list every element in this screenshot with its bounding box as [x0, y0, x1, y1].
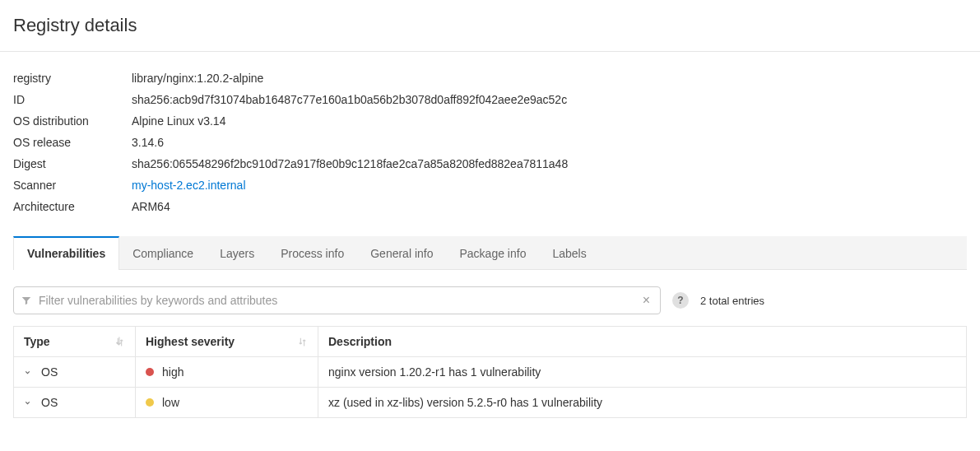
detail-label: OS distribution [13, 114, 132, 128]
column-label: Description [328, 335, 392, 348]
cell-type: OS [14, 388, 136, 418]
filter-row: × ? 2 total entries [13, 286, 967, 314]
tab-process-info[interactable]: Process info [267, 236, 357, 269]
tabs-filler [600, 236, 967, 269]
detail-label: OS release [13, 136, 132, 149]
sort-icon [297, 337, 308, 347]
tab-layers[interactable]: Layers [207, 236, 267, 269]
entries-count: 2 total entries [700, 295, 764, 307]
cell-description: xz (used in xz-libs) version 5.2.5-r0 ha… [318, 388, 967, 418]
tab-compliance[interactable]: Compliance [119, 236, 207, 269]
scanner-link[interactable]: my-host-2.ec2.internal [132, 179, 246, 192]
tab-vulnerabilities[interactable]: Vulnerabilities [13, 236, 119, 269]
detail-row-digest: Digest sha256:065548296f2bc910d72a917f8e… [13, 157, 967, 170]
detail-value: library/nginx:1.20.2-alpine [132, 72, 263, 85]
table-row[interactable]: OShighnginx version 1.20.2-r1 has 1 vuln… [14, 357, 967, 388]
detail-row-os-dist: OS distribution Alpine Linux v3.14 [13, 114, 967, 128]
column-header-severity[interactable]: Highest severity [136, 327, 318, 357]
severity-dot-icon [146, 368, 154, 376]
column-header-description: Description [318, 327, 967, 357]
detail-label: Architecture [13, 200, 132, 213]
detail-value: sha256:acb9d7f31074bab16487c77e160a1b0a5… [132, 93, 567, 106]
clear-icon[interactable]: × [639, 293, 653, 308]
cell-severity: high [136, 357, 318, 388]
chevron-down-icon[interactable] [24, 369, 31, 378]
table-header-row: Type Highest severity Descr [14, 327, 967, 357]
page-title: Registry details [13, 15, 967, 36]
detail-row-registry: registry library/nginx:1.20.2-alpine [13, 72, 967, 85]
detail-value: Alpine Linux v3.14 [132, 114, 225, 128]
details-section: registry library/nginx:1.20.2-alpine ID … [13, 72, 967, 213]
detail-row-arch: Architecture ARM64 [13, 200, 967, 213]
cell-severity: low [136, 388, 318, 418]
tab-labels[interactable]: Labels [539, 236, 599, 269]
chevron-down-icon[interactable] [24, 399, 31, 408]
column-header-type[interactable]: Type [14, 327, 136, 357]
tab-package-info[interactable]: Package info [446, 236, 539, 269]
severity-value: high [162, 365, 183, 379]
tab-general-info[interactable]: General info [357, 236, 446, 269]
cell-type: OS [14, 357, 136, 388]
detail-label: Scanner [13, 179, 132, 192]
filter-box: × [13, 286, 661, 314]
detail-label: ID [13, 93, 132, 106]
cell-description: nginx version 1.20.2-r1 has 1 vulnerabil… [318, 357, 967, 388]
help-icon[interactable]: ? [672, 292, 689, 309]
severity-dot-icon [146, 398, 154, 407]
sort-icon [114, 337, 125, 347]
page-header: Registry details [0, 0, 980, 52]
detail-value: 3.14.6 [132, 136, 164, 149]
detail-label: registry [13, 72, 132, 85]
detail-value: sha256:065548296f2bc910d72a917f8e0b9c121… [132, 157, 568, 170]
filter-input[interactable] [39, 294, 639, 307]
vulnerabilities-table: Type Highest severity Descr [13, 326, 967, 418]
column-label: Highest severity [146, 335, 235, 348]
column-label: Type [24, 335, 50, 348]
page-content: registry library/nginx:1.20.2-alpine ID … [0, 52, 980, 431]
filter-icon [21, 295, 32, 306]
detail-row-id: ID sha256:acb9d7f31074bab16487c77e160a1b… [13, 93, 967, 106]
table-row[interactable]: OSlowxz (used in xz-libs) version 5.2.5-… [14, 388, 967, 418]
detail-row-scanner: Scanner my-host-2.ec2.internal [13, 179, 967, 192]
type-value: OS [41, 365, 58, 379]
detail-value: ARM64 [132, 200, 170, 213]
severity-value: low [162, 396, 179, 409]
detail-row-os-release: OS release 3.14.6 [13, 136, 967, 149]
type-value: OS [41, 396, 58, 409]
detail-label: Digest [13, 157, 132, 170]
tabs-bar: Vulnerabilities Compliance Layers Proces… [13, 236, 967, 270]
